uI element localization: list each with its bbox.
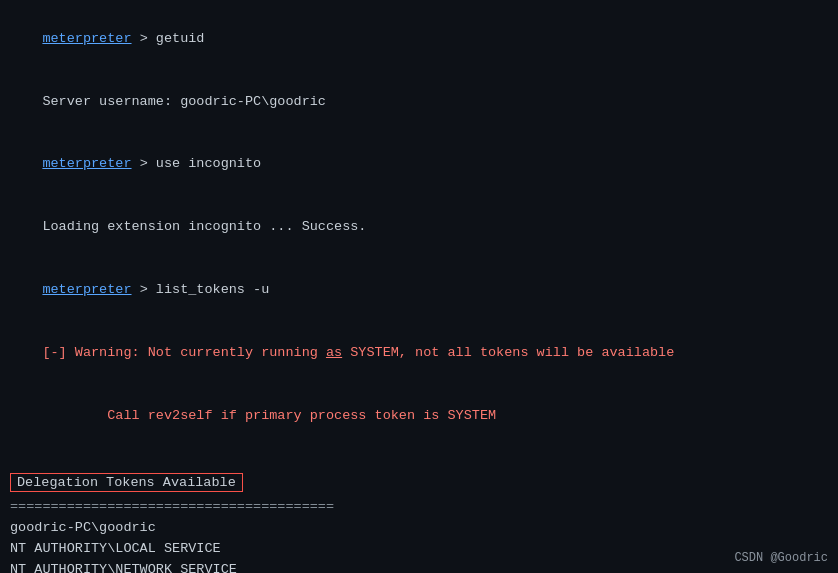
separator-1: ======================================== [10, 497, 828, 518]
text-2: Server username: goodric-PC\goodric [42, 94, 326, 109]
spacer-1 [10, 447, 828, 468]
delegation-token-3: NT AUTHORITY\NETWORK SERVICE [10, 560, 828, 573]
watermark: CSDN @Goodric [734, 551, 828, 565]
line-3: meterpreter > use incognito [10, 134, 828, 197]
line-6: [-] Warning: Not currently running as SY… [10, 322, 828, 385]
terminal: meterpreter > getuid Server username: go… [0, 0, 838, 573]
cmd-3: > use incognito [132, 156, 262, 171]
line-2: Server username: goodric-PC\goodric [10, 71, 828, 134]
warning-7: Call rev2self if primary process token i… [42, 408, 496, 423]
cmd-5: > list_tokens -u [132, 282, 270, 297]
prompt-1: meterpreter [42, 31, 131, 46]
line-1: meterpreter > getuid [10, 8, 828, 71]
line-4: Loading extension incognito ... Success. [10, 196, 828, 259]
text-4: Loading extension incognito ... Success. [42, 219, 366, 234]
delegation-section-box: Delegation Tokens Available [10, 470, 828, 495]
delegation-tokens-label: Delegation Tokens Available [10, 473, 243, 492]
cmd-1: > getuid [132, 31, 205, 46]
line-7: Call rev2self if primary process token i… [10, 385, 828, 448]
prompt-5: meterpreter [42, 282, 131, 297]
delegation-token-2: NT AUTHORITY\LOCAL SERVICE [10, 539, 828, 560]
prompt-3: meterpreter [42, 156, 131, 171]
delegation-token-1: goodric-PC\goodric [10, 518, 828, 539]
line-5: meterpreter > list_tokens -u [10, 259, 828, 322]
warning-6: [-] Warning: Not currently running as SY… [42, 345, 674, 360]
